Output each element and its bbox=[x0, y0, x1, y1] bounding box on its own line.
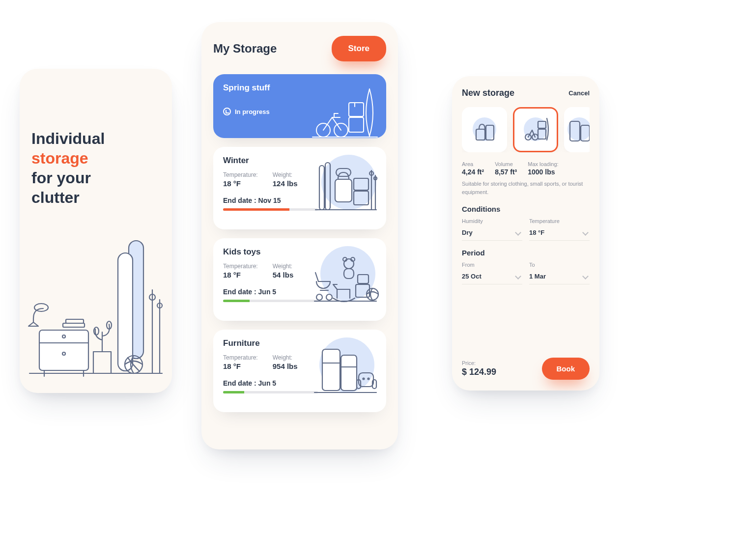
progress-fill bbox=[223, 391, 244, 393]
svg-rect-23 bbox=[349, 117, 364, 132]
area-label: Area bbox=[462, 161, 484, 167]
clutter-illustration bbox=[20, 226, 172, 393]
storage-card-spring[interactable]: Spring stuff In progress bbox=[213, 74, 386, 138]
to-select[interactable]: 1 Mar bbox=[529, 270, 590, 284]
spring-illustration bbox=[311, 79, 379, 143]
maxload-value: 1000 lbs bbox=[528, 168, 558, 176]
from-value: 25 Oct bbox=[462, 273, 482, 280]
svg-rect-9 bbox=[39, 330, 88, 370]
temperature-value: 18 °F bbox=[529, 229, 544, 236]
clock-icon bbox=[223, 108, 231, 115]
furniture-illustration bbox=[311, 335, 379, 398]
temperature-select[interactable]: 18 °F bbox=[529, 226, 590, 241]
size-tile-large[interactable] bbox=[564, 107, 590, 152]
temperature-label: Temperature bbox=[529, 218, 590, 224]
weight-label: Weight: bbox=[273, 354, 298, 361]
storage-list-screen: My Storage Store Spring stuff In progres… bbox=[201, 22, 398, 449]
spec-row: Area 4,24 ft² Volume 8,57 ft³ Max loadin… bbox=[462, 161, 590, 176]
storage-card-kids[interactable]: Kids toys Temperature: 18 °F Weight: 54 … bbox=[213, 238, 386, 321]
store-button[interactable]: Store bbox=[332, 36, 386, 61]
svg-point-40 bbox=[316, 294, 322, 300]
area-value: 4,24 ft² bbox=[462, 168, 484, 176]
svg-rect-3 bbox=[118, 253, 133, 371]
book-button[interactable]: Book bbox=[542, 358, 590, 380]
svg-rect-31 bbox=[335, 179, 352, 202]
temperature-label: Temperature: bbox=[223, 263, 258, 270]
cancel-button[interactable]: Cancel bbox=[568, 89, 590, 97]
volume-value: 8,57 ft³ bbox=[495, 168, 517, 176]
humidity-value: Dry bbox=[462, 229, 473, 236]
weight-label: Weight: bbox=[273, 171, 298, 178]
size-description: Suitable for storing clothing, small spo… bbox=[462, 180, 590, 196]
weight-value: 954 lbs bbox=[273, 362, 298, 370]
from-label: From bbox=[462, 262, 522, 268]
temperature-value: 18 °F bbox=[223, 362, 258, 370]
progress-fill bbox=[223, 300, 250, 302]
chevron-down-icon bbox=[582, 229, 589, 236]
conditions-heading: Conditions bbox=[462, 205, 590, 213]
svg-rect-54 bbox=[341, 355, 357, 391]
price: Price: $ 124.99 bbox=[462, 360, 496, 377]
svg-rect-15 bbox=[63, 323, 85, 327]
to-value: 1 Mar bbox=[529, 273, 546, 280]
progress-fill bbox=[223, 208, 289, 211]
form-footer: Price: $ 124.99 Book bbox=[462, 358, 590, 380]
period-heading: Period bbox=[462, 249, 590, 257]
storage-card-winter[interactable]: Winter Temperature: 18 °F Weight: 124 lb… bbox=[213, 147, 386, 229]
headline: Individual storage for your clutter bbox=[31, 129, 160, 207]
svg-point-41 bbox=[326, 294, 332, 300]
svg-point-49 bbox=[367, 288, 378, 300]
new-storage-screen: New storage Cancel bbox=[452, 76, 599, 391]
headline-line-4: clutter bbox=[31, 189, 80, 206]
humidity-label: Humidity bbox=[462, 218, 522, 224]
list-header: My Storage Store bbox=[213, 36, 386, 61]
svg-rect-52 bbox=[322, 349, 340, 391]
progress-bar bbox=[223, 391, 318, 393]
storage-card-furniture[interactable]: Furniture Temperature: 18 °F Weight: 954… bbox=[213, 330, 386, 412]
to-label: To bbox=[529, 262, 590, 268]
form-title: New storage bbox=[462, 88, 514, 98]
headline-line-3: for your bbox=[31, 169, 91, 187]
progress-bar bbox=[223, 208, 318, 211]
humidity-select[interactable]: Dry bbox=[462, 226, 522, 241]
from-select[interactable]: 25 Oct bbox=[462, 270, 522, 284]
svg-point-17 bbox=[94, 327, 99, 335]
svg-rect-16 bbox=[66, 319, 84, 323]
temperature-label: Temperature: bbox=[223, 171, 258, 178]
temperature-value: 18 °F bbox=[223, 179, 258, 188]
landing-screen: Individual storage for your clutter bbox=[20, 69, 172, 393]
svg-point-8 bbox=[34, 304, 48, 311]
price-label: Price: bbox=[462, 360, 496, 366]
temperature-value: 18 °F bbox=[223, 271, 258, 279]
size-tile-small[interactable] bbox=[462, 107, 507, 152]
form-header: New storage Cancel bbox=[462, 88, 590, 98]
page-title: My Storage bbox=[213, 42, 277, 56]
price-value: $ 124.99 bbox=[462, 367, 496, 377]
svg-rect-24 bbox=[349, 103, 364, 116]
kids-illustration bbox=[311, 243, 379, 307]
size-picker bbox=[462, 107, 590, 152]
weight-value: 124 lbs bbox=[273, 179, 298, 188]
temperature-label: Temperature: bbox=[223, 354, 258, 361]
winter-illustration bbox=[311, 152, 379, 216]
chevron-down-icon bbox=[515, 273, 521, 280]
chevron-down-icon bbox=[582, 273, 589, 280]
volume-label: Volume bbox=[495, 161, 517, 167]
chevron-down-icon bbox=[515, 229, 521, 236]
weight-value: 54 lbs bbox=[273, 271, 294, 279]
size-tile-medium[interactable] bbox=[513, 107, 558, 152]
headline-line-2: storage bbox=[31, 149, 88, 167]
maxload-label: Max loading: bbox=[528, 161, 558, 167]
progress-bar bbox=[223, 300, 318, 302]
weight-label: Weight: bbox=[273, 263, 294, 270]
status-label: In progress bbox=[235, 108, 270, 115]
headline-line-1: Individual bbox=[31, 130, 105, 147]
